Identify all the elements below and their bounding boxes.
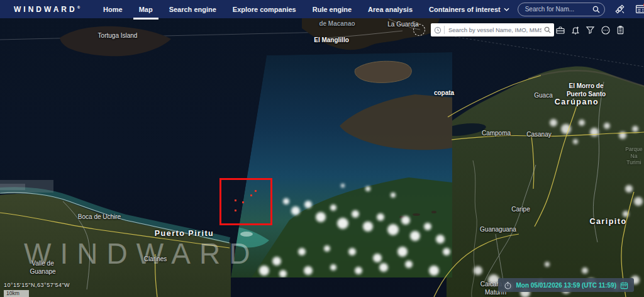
cursor-coordinates: 10°15'15"N,63°57'54"W: [4, 282, 70, 288]
map-label-valle-de-guanape: Valle de Guanape: [30, 260, 55, 276]
nav-item-containers-of-interest[interactable]: Containers of interest: [421, 0, 518, 18]
vessel-search-bar: [431, 23, 554, 36]
map-label-casanay: Casanay: [526, 131, 551, 139]
map-label-caripito: Caripito: [589, 217, 626, 227]
map-label-clarines: Clarines: [144, 255, 167, 264]
map-label-caripe: Caripe: [511, 206, 530, 214]
nav-item-map[interactable]: Map: [131, 0, 161, 18]
nav-item-area-analysis[interactable]: Area analysis: [360, 0, 421, 18]
nav-item-explore-companies[interactable]: Explore companies: [225, 0, 304, 18]
vessel-search-input[interactable]: [445, 26, 544, 33]
map-label-guanaguana: Guanaguana: [480, 226, 516, 234]
map-tools: [555, 25, 626, 35]
top-navigation-bar: WINDWARD® Home Map Search engine Explore…: [0, 0, 644, 18]
main-menu: Home Map Search engine Explore companies…: [95, 0, 518, 18]
satellite-tile: [231, 52, 452, 277]
chevron-down-icon: [504, 8, 509, 11]
search-icon[interactable]: [544, 26, 551, 33]
windward-logo[interactable]: WINDWARD®: [14, 5, 80, 14]
map-label-de-macanao: de Macanao: [319, 20, 355, 28]
add-alert-bell-icon[interactable]: [570, 25, 580, 35]
map-label-parque-nacional: Parque Na Turimi: [625, 146, 642, 166]
map-label-carupano: Carúpano: [555, 98, 599, 108]
vessel-marker[interactable]: [235, 210, 236, 211]
nav-item-home[interactable]: Home: [95, 0, 131, 18]
nav-right-cluster: NO: [518, 3, 644, 16]
area-annotation-rectangle: [219, 178, 272, 225]
vessel-marker[interactable]: [250, 194, 252, 196]
toolbox-icon[interactable]: [555, 25, 565, 35]
map-scale: 10km: [4, 290, 29, 297]
map-label-copata: copata: [434, 89, 454, 98]
map-label-campoma: Campoma: [482, 130, 511, 138]
vessel-marker[interactable]: [255, 190, 257, 192]
history-clock-icon[interactable]: [434, 26, 441, 34]
search-icon[interactable]: [592, 4, 600, 16]
map-label-el-manglillo: El Manglillo: [314, 36, 349, 45]
satellite-icon[interactable]: [614, 4, 626, 15]
calendar-icon[interactable]: [620, 281, 628, 289]
map-timestamp: Mon 05/01/2026 13:59 (UTC 11:59): [516, 282, 616, 289]
map-label-boca-de-uchire: Boca de Uchire: [78, 213, 121, 221]
vessel-marker[interactable]: [242, 201, 244, 203]
filter-icon[interactable]: [585, 25, 596, 35]
map-label-tortuga-island: Tortuga Island: [98, 32, 138, 40]
news-panel-icon[interactable]: [635, 4, 644, 15]
time-control-bar[interactable]: Mon 05/01/2026 13:59 (UTC 11:59): [498, 278, 634, 292]
selection-circle-marker[interactable]: [413, 24, 425, 36]
map-label-guaca: Guaca: [534, 92, 552, 100]
nav-item-rule-engine[interactable]: Rule engine: [304, 0, 360, 18]
more-options-icon[interactable]: [600, 25, 611, 35]
windward-map-screen: WINDWARD de Macanao El Manglillo La Guar…: [0, 0, 644, 297]
vessel-marker[interactable]: [235, 199, 236, 201]
map-label-el-morro-de-puerto-santo: El Morro de Puerto Santo: [567, 82, 606, 98]
clipboard-list-icon[interactable]: [615, 25, 626, 35]
stopwatch-icon: [504, 281, 512, 289]
nav-item-search-engine[interactable]: Search engine: [161, 0, 225, 18]
map-label-puerto-piritu: Puerto Piritu: [155, 229, 214, 239]
windward-watermark: WINDWARD: [24, 237, 258, 271]
global-search: [518, 3, 605, 16]
